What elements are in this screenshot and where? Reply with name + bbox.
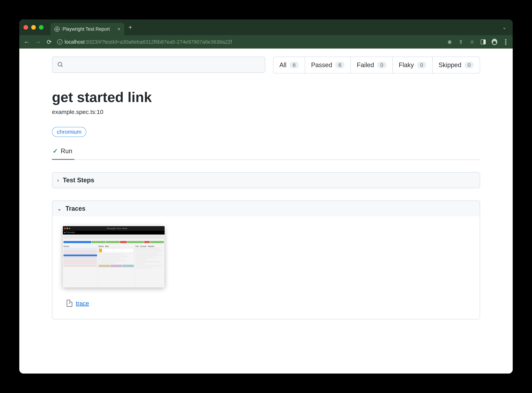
trace-thumbnail[interactable]: Playwright Trace Viewer ▶ Playwright xyxy=(63,226,165,287)
trace-file-icon xyxy=(67,300,72,307)
reload-button[interactable]: ⟳ xyxy=(46,39,52,45)
browser-tab-active[interactable]: Playwright Test Report × xyxy=(50,23,124,35)
browser-window: Playwright Test Report × + ⌄ ← → ⟳ i loc… xyxy=(19,20,513,373)
window-minimize-button[interactable] xyxy=(31,25,36,30)
trace-link-row: trace xyxy=(63,300,469,307)
share-icon[interactable]: ⇧ xyxy=(458,39,464,45)
filter-passed[interactable]: Passed 6 xyxy=(305,57,351,73)
status-filters: All 6 Passed 6 Failed 0 Flaky 0 xyxy=(273,57,480,74)
svg-point-0 xyxy=(58,62,62,66)
test-location: example.spec.ts:10 xyxy=(52,108,480,115)
globe-icon xyxy=(54,26,60,32)
url-path: :9323/#?testId=a30a6eba6312f6b87ea5-274e… xyxy=(85,39,232,45)
run-tab-label: Run xyxy=(61,147,72,155)
zoom-icon[interactable]: ⊕ xyxy=(447,39,452,45)
browser-menu-kebab-icon[interactable] xyxy=(503,39,508,45)
tab-close-icon[interactable]: × xyxy=(118,26,120,32)
search-box[interactable] xyxy=(52,57,265,73)
filter-all[interactable]: All 6 xyxy=(273,57,305,73)
filter-skipped[interactable]: Skipped 0 xyxy=(432,57,480,73)
page-content: All 6 Passed 6 Failed 0 Flaky 0 xyxy=(19,49,513,373)
filter-flaky[interactable]: Flaky 0 xyxy=(393,57,433,73)
trace-link[interactable]: trace xyxy=(76,300,89,307)
back-button[interactable]: ← xyxy=(24,39,30,45)
filter-label: All xyxy=(279,61,286,69)
test-steps-header[interactable]: › Test Steps xyxy=(52,172,480,188)
chevron-right-icon: › xyxy=(57,177,59,183)
window-close-button[interactable] xyxy=(24,25,28,30)
section-title: Test Steps xyxy=(63,177,94,184)
search-icon xyxy=(57,62,64,68)
filter-count: 0 xyxy=(464,62,474,69)
address-bar[interactable]: i localhost:9323/#?testId=a30a6eba6312f6… xyxy=(57,39,438,45)
profile-avatar-icon[interactable] xyxy=(492,39,497,45)
checkmark-icon: ✓ xyxy=(53,147,58,155)
report-header-row: All 6 Passed 6 Failed 0 Flaky 0 xyxy=(52,57,480,74)
filter-count: 0 xyxy=(417,62,426,69)
test-title: get started link xyxy=(52,89,480,105)
traces-header[interactable]: ⌄ Traces xyxy=(52,201,480,216)
url-host: localhost xyxy=(65,39,85,45)
filter-failed[interactable]: Failed 0 xyxy=(351,57,393,73)
run-tabs: ✓ Run xyxy=(52,145,480,160)
traces-section: ⌄ Traces Playwright Trace Viewer ▶ Playw… xyxy=(52,201,480,319)
side-panel-icon[interactable] xyxy=(480,39,486,45)
site-info-icon[interactable]: i xyxy=(57,39,62,44)
window-maximize-button[interactable] xyxy=(39,25,44,30)
filter-count: 6 xyxy=(335,62,345,69)
tab-title: Playwright Test Report xyxy=(62,26,110,32)
filter-label: Passed xyxy=(311,61,332,69)
tab-list-caret-icon[interactable]: ⌄ xyxy=(502,25,506,30)
run-tab[interactable]: ✓ Run xyxy=(52,145,74,160)
browser-action-icons: ⊕ ⇧ ☆ xyxy=(447,39,508,45)
filter-label: Flaky xyxy=(399,61,414,69)
filter-label: Skipped xyxy=(438,61,461,69)
window-controls xyxy=(24,25,44,30)
svg-line-1 xyxy=(61,66,63,67)
test-steps-section: › Test Steps xyxy=(52,172,480,188)
filter-count: 6 xyxy=(290,62,299,69)
new-tab-button[interactable]: + xyxy=(128,24,132,31)
bookmark-star-icon[interactable]: ☆ xyxy=(469,39,475,45)
browser-tab-strip: Playwright Test Report × + ⌄ xyxy=(19,20,513,35)
section-title: Traces xyxy=(65,205,85,212)
chevron-down-icon: ⌄ xyxy=(57,206,62,212)
search-input[interactable] xyxy=(66,62,260,68)
traces-body: Playwright Trace Viewer ▶ Playwright xyxy=(52,216,480,319)
filter-label: Failed xyxy=(357,61,374,69)
filter-count: 0 xyxy=(377,62,386,69)
project-tag-chip[interactable]: chromium xyxy=(52,127,86,137)
forward-button[interactable]: → xyxy=(35,39,41,45)
browser-toolbar: ← → ⟳ i localhost:9323/#?testId=a30a6eba… xyxy=(19,35,513,49)
test-header: get started link example.spec.ts:10 xyxy=(52,89,480,115)
